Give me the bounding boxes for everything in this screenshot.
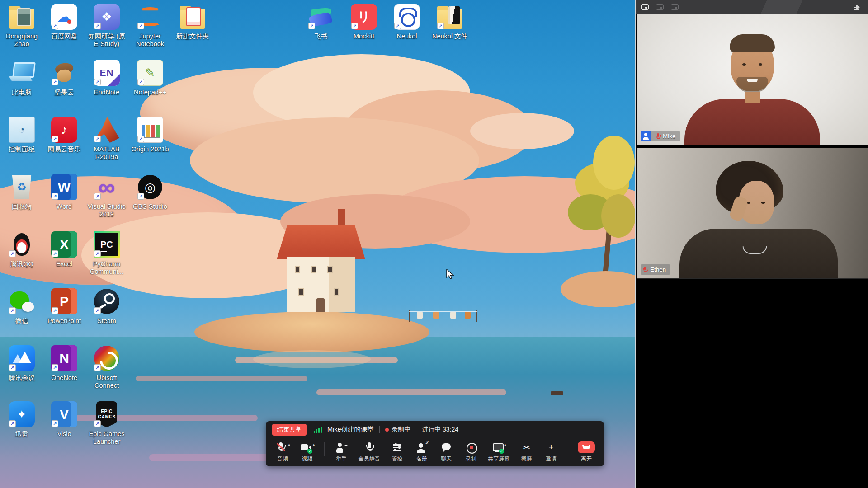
meeting-button-muteall[interactable]: 全员静音 — [359, 441, 380, 463]
desktop-icon-recycle-bin[interactable]: ♻回收站 — [1, 173, 42, 211]
house-window — [334, 288, 339, 296]
meeting-button-label: 全员静音 — [359, 455, 380, 463]
meeting-button-video[interactable]: ✓▴视频 — [299, 441, 315, 463]
meeting-button-record[interactable]: 录制 — [463, 441, 479, 463]
desktop-icon-obs[interactable]: ◎↗OBS Studio — [129, 173, 171, 211]
desktop-icon-qq[interactable]: ↗腾讯QQ — [1, 230, 42, 268]
video-icon: ✓ — [300, 441, 311, 453]
house-reflection — [253, 350, 371, 368]
portrait-eye — [761, 202, 765, 204]
meeting-button-capture[interactable]: ✂截屏 — [519, 441, 534, 463]
caret-icon[interactable]: ▴ — [288, 442, 290, 446]
desktop-icon-nutstore[interactable]: ↗坚果云 — [43, 59, 85, 96]
desktop-icon-e-study[interactable]: ❖↗知网研学 (原 E-Study) — [86, 3, 127, 48]
desktop-icon-excel[interactable]: X↗Excel — [43, 230, 85, 268]
mic-muted-icon — [655, 133, 660, 140]
participant-video-mike[interactable]: Mike — [637, 14, 868, 145]
desktop-icon-label: OneNote — [43, 374, 85, 382]
desktop-icon-notepadpp[interactable]: ✎↗Notepad++ — [129, 59, 171, 96]
shortcut-arrow-icon: ↗ — [137, 23, 144, 29]
hand-icon — [335, 441, 347, 453]
desktop-icon-word[interactable]: W↗Word — [43, 173, 85, 211]
desktop-icon-epic[interactable]: EPIC GAMES↗Epic Games Launcher — [86, 400, 127, 446]
desktop-icon-vs2019[interactable]: ∞↗Visual Studio 2019 — [86, 173, 127, 218]
desktop-icon-netease-music[interactable]: ♪↗网易云音乐 — [43, 116, 85, 153]
shortcut-arrow-icon: ↗ — [94, 420, 101, 427]
shortcut-arrow-icon: ↗ — [52, 250, 58, 257]
meeting-button-label: 举手 — [336, 455, 347, 463]
meeting-button-chat[interactable]: 聊天 — [439, 441, 454, 463]
desktop-icon-neukol-files[interactable]: ↗Neukol 文件 — [429, 3, 471, 40]
desktop-icon-this-pc[interactable]: 此电脑 — [1, 59, 42, 96]
desktop-icon-ubisoft[interactable]: ↗Ubisoft Connect — [86, 344, 127, 389]
meeting-button-label: 聊天 — [441, 455, 452, 463]
desktop-icon-label: 坚果云 — [43, 89, 85, 96]
desktop-icon-endnote[interactable]: EN↗EndNote — [86, 59, 127, 96]
desktop-icon-feishu[interactable]: ↗飞书 — [300, 3, 342, 40]
cloth — [450, 312, 456, 319]
portrait-smile — [747, 79, 758, 82]
caret-icon[interactable]: ▴ — [313, 442, 315, 446]
grid-view-icon[interactable] — [671, 4, 679, 10]
house-door — [316, 298, 325, 312]
meeting-button-control[interactable]: 管控 — [389, 441, 405, 463]
desktop-icon-steam[interactable]: ↗Steam — [86, 287, 127, 325]
shortcut-arrow-icon: ↗ — [437, 23, 444, 29]
participant-label: Ethen — [641, 264, 670, 275]
desktop-icon-pycharm[interactable]: PC↗PyCharm Communi... — [86, 230, 127, 276]
end-share-button[interactable]: 结束共享 — [272, 424, 307, 436]
meeting-button-roster[interactable]: 2名册 — [414, 441, 429, 463]
desktop-icon-label: 百度网盘 — [43, 33, 85, 40]
meeting-button-share[interactable]: ✓▴共享屏幕 — [488, 441, 509, 463]
house-window — [311, 266, 316, 273]
desktop-icon-origin[interactable]: ↗Origin 2021b — [129, 116, 171, 153]
house-window — [295, 266, 300, 273]
meeting-button-hand[interactable]: 举手 — [334, 441, 349, 463]
desktop-icon-wechat[interactable]: ↗微信 — [1, 287, 42, 325]
desktop-icon-thunder[interactable]: ✦↗迅雷 — [1, 400, 42, 438]
desktop-icon-baidu-netdisk[interactable]: ☁↗百度网盘 — [43, 3, 85, 40]
meeting-button-label: 邀请 — [546, 455, 557, 463]
meeting-button-label: 视频 — [302, 455, 312, 463]
dongqiang-zhao-icon — [9, 9, 34, 29]
desktop-icon-dongqiang-zhao[interactable]: Dongqiang Zhao — [1, 3, 42, 48]
desktop-icon-matlab[interactable]: ↗MATLAB R2019a — [86, 116, 127, 161]
meeting-button-label: 音频 — [277, 455, 288, 463]
camera-view-icon[interactable] — [656, 4, 664, 10]
meeting-button-leave[interactable]: 离开 — [578, 441, 595, 463]
participant-name: Mike — [663, 133, 676, 140]
desktop-icon-label: Word — [43, 203, 85, 211]
meeting-button-invite[interactable]: +邀请 — [543, 441, 559, 463]
desktop-icon-visio[interactable]: V↗Visio — [43, 400, 85, 438]
caret-icon[interactable]: ▴ — [505, 442, 506, 446]
meeting-button-label: 管控 — [392, 455, 402, 463]
shortcut-arrow-icon: ↗ — [94, 193, 101, 200]
meeting-button-audio[interactable]: ▴音频 — [275, 441, 290, 463]
desktop-icon-powerpoint[interactable]: P↗PowerPoint — [43, 287, 85, 325]
this-pc-icon — [9, 60, 35, 86]
desktop-icon-tencent-meeting[interactable]: ↗腾讯会议 — [1, 344, 42, 382]
desktop-icon-label: Visual Studio 2019 — [86, 203, 127, 218]
participant-name: Ethen — [650, 266, 666, 273]
divider — [416, 426, 416, 433]
reflection — [316, 389, 506, 395]
participant-video-ethen[interactable]: Ethen — [637, 148, 868, 279]
control-icon — [391, 441, 403, 453]
video-layout-icon[interactable] — [641, 4, 649, 10]
shortcut-arrow-icon: ↗ — [9, 364, 16, 371]
desktop-icon-new-folder[interactable]: 新建文件夹 — [172, 3, 213, 40]
desktop-icon-jupyter[interactable]: ↗Jupyter Notebook — [129, 3, 171, 48]
desktop-icon-label: Steam — [86, 317, 127, 325]
desktop-icon-mockitt[interactable]: リ↗Mockitt — [343, 3, 385, 40]
collapse-panel-icon[interactable] — [854, 4, 863, 10]
desktop-icon-label: MATLAB R2019a — [86, 145, 127, 161]
meeting-toolbar: ▴音频✓▴视频举手全员静音管控2名册聊天录制✓▴共享屏幕✂截屏+邀请离开 — [266, 438, 604, 463]
desktop-icon-label: Jupyter Notebook — [129, 33, 171, 48]
shortcut-arrow-icon: ↗ — [94, 307, 101, 314]
cloth — [417, 312, 423, 319]
desktop-icon-control-panel[interactable]: ◔控制面板 — [1, 116, 42, 153]
desktop-icon-neukol[interactable]: ↗Neukol — [386, 3, 428, 40]
shortcut-arrow-icon: ↗ — [52, 307, 58, 314]
desktop-icon-onenote[interactable]: N↗OneNote — [43, 344, 85, 382]
toolbar-divider — [324, 442, 325, 456]
